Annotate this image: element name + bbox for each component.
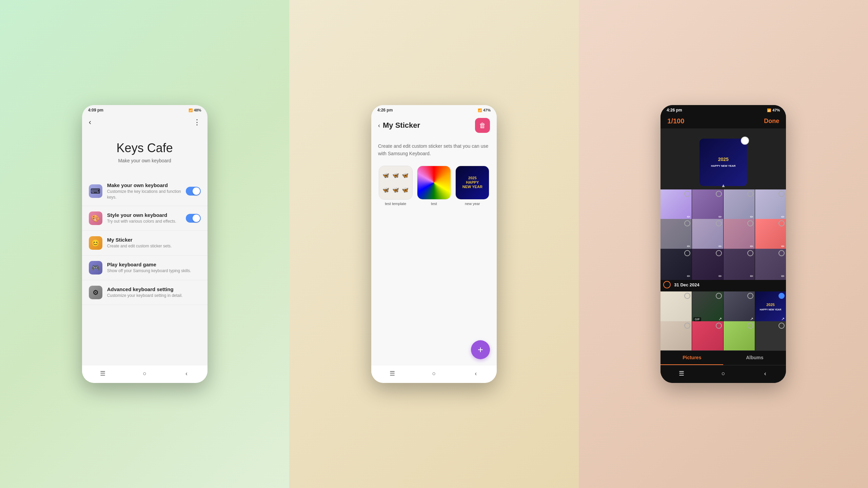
menu-item-my-sticker[interactable]: 😊 My Sticker Create and edit custom stic… <box>82 231 208 256</box>
phone3-nav-home[interactable]: ○ <box>719 369 727 378</box>
sticker-label-newyear: new year <box>465 202 480 206</box>
menu-item-style-keyboard[interactable]: 🎨 Style your own keyboard Try out with v… <box>82 206 208 231</box>
phone3-time: 4:26 pm <box>667 108 682 113</box>
sticker-label-butterfly: test template <box>385 202 406 206</box>
gallery-thumb-3[interactable]: ✏ <box>724 189 755 221</box>
phone1-back-button[interactable]: ‹ <box>89 118 91 127</box>
gallery-thumb-c[interactable]: ↗ <box>724 291 755 323</box>
date-select-circle[interactable] <box>663 281 671 288</box>
menu-item-advanced-settings[interactable]: ⚙ Advanced keyboard setting Customize yo… <box>82 280 208 305</box>
phone2-battery: 47% <box>483 108 491 112</box>
gallery-thumb-1[interactable]: ✏ <box>660 189 692 221</box>
gallery-thumb-9[interactable]: ✏ <box>660 249 692 280</box>
sticker-item-rainbow[interactable]: test <box>415 166 453 364</box>
gallery-bottom-tabs: Pictures Albums <box>660 350 786 365</box>
gallery-thumb-e[interactable] <box>660 321 692 350</box>
gallery-thumb-b[interactable]: GIF ↗ <box>692 291 723 323</box>
keyboard-icon: ⌨ <box>89 184 102 198</box>
gallery-done-button[interactable]: Done <box>764 118 779 125</box>
keyboard-game-desc: Show off your Samsung keyboard typing sk… <box>107 268 201 274</box>
gallery-thumb-8[interactable]: ✏ <box>755 219 786 250</box>
phone1-menu-list: ⌨ Make your own keyboard Customize the k… <box>82 177 208 365</box>
sticker-icon: 😊 <box>89 236 102 250</box>
gallery-featured-image[interactable]: 2025HAPPY NEW YEAR <box>699 139 747 186</box>
phone1-screen: 4:09 pm 📶 48% ‹ ⋮ Keys Cafe Make your ow… <box>82 105 208 383</box>
gallery-thumb-a[interactable] <box>660 291 692 323</box>
phone2-container: 4:26 pm 📶 47% ‹ My Sticker 🗑 Create and … <box>289 0 578 488</box>
phone1-wifi-icon: 📶 <box>189 108 193 112</box>
phone2-bottom-nav: ☰ ○ ‹ <box>371 365 497 383</box>
phone3-wifi-icon: 📶 <box>767 108 771 112</box>
phone3-bottom-nav: ☰ ○ ‹ <box>660 365 786 383</box>
phone1-status-bar: 4:09 pm 📶 48% <box>82 105 208 114</box>
advanced-settings-desc: Customize your keyboard setting in detai… <box>107 293 201 299</box>
gif-badge: GIF <box>693 317 701 321</box>
phone2-nav-home[interactable]: ○ <box>430 369 438 378</box>
sticker-description: Create and edit custom sticker sets that… <box>371 137 497 164</box>
make-keyboard-title: Make your own keyboard <box>107 182 186 188</box>
make-keyboard-toggle[interactable] <box>186 187 201 196</box>
gallery-header: 1/100 Done <box>660 114 786 128</box>
phone1-container: 4:09 pm 📶 48% ‹ ⋮ Keys Cafe Make your ow… <box>0 0 289 488</box>
phone1-more-button[interactable]: ⋮ <box>193 118 201 127</box>
phone3-nav-back[interactable]: ‹ <box>761 369 769 378</box>
phone1-bottom-nav: ☰ ○ ‹ <box>82 365 208 383</box>
phone2-screen: 4:26 pm 📶 47% ‹ My Sticker 🗑 Create and … <box>371 105 497 383</box>
phone2-wifi-icon: 📶 <box>478 108 482 112</box>
phone1-status-icons: 📶 48% <box>189 108 201 112</box>
phone3-container: 4:26 pm 📶 47% 1/100 Done 2025HAPPY NEW Y… <box>579 0 868 488</box>
sticker-delete-button[interactable]: 🗑 <box>475 118 490 133</box>
gallery-thumb-5[interactable]: ✏ <box>660 219 692 250</box>
my-sticker-desc: Create and edit custom sticker sets. <box>107 243 201 249</box>
gallery-thumb-4[interactable]: ✏ <box>755 189 786 221</box>
gallery-thumb-6[interactable]: ✏ <box>692 219 723 250</box>
sticker-add-button[interactable]: + <box>471 340 490 359</box>
gallery-select-dot <box>741 137 749 145</box>
sticker-item-newyear[interactable]: 2025HAPPYNEW YEAR new year <box>454 166 491 364</box>
phone3-status-icons: 📶 47% <box>767 108 780 112</box>
phone1-app-title: Keys Cafe <box>89 141 201 155</box>
style-icon: 🎨 <box>89 211 102 225</box>
date-label: 31 Dec 2024 <box>674 282 699 287</box>
gallery-thumb-f[interactable] <box>692 321 723 350</box>
sticker-header: ‹ My Sticker 🗑 <box>371 114 497 137</box>
sticker-grid: 🦋 🦋 🦋 🦋 🦋 🦋 test template test <box>371 164 497 365</box>
gallery-thumb-g[interactable] <box>724 321 755 350</box>
gallery-thumb-2[interactable]: ✏ <box>692 189 723 221</box>
gallery-thumb-11[interactable]: ✏ <box>724 249 755 280</box>
phone1-nav-menu[interactable]: ☰ <box>99 369 107 378</box>
phone1-battery: 48% <box>194 108 201 112</box>
tab-pictures[interactable]: Pictures <box>660 351 723 365</box>
gallery-thumb-7[interactable]: ✏ <box>724 219 755 250</box>
phone1-app-subtitle: Make your own keyboard <box>89 158 201 163</box>
chevron-up-icon: ▲ <box>721 183 726 188</box>
date-header-31dec: 31 Dec 2024 <box>660 278 786 291</box>
trash-icon: 🗑 <box>479 122 486 129</box>
phone1-nav-back[interactable]: ‹ <box>182 369 191 378</box>
style-keyboard-desc: Try out with various colors and effects. <box>107 219 186 224</box>
plus-icon: + <box>478 344 483 355</box>
sticker-page-title: My Sticker <box>383 121 420 130</box>
phone2-nav-back[interactable]: ‹ <box>472 369 480 378</box>
menu-item-make-keyboard[interactable]: ⌨ Make your own keyboard Customize the k… <box>82 177 208 206</box>
gallery-thumb-h[interactable] <box>755 321 786 350</box>
phone1-nav-header: ‹ ⋮ <box>82 114 208 131</box>
gallery-thumb-10[interactable]: ✏ <box>692 249 723 280</box>
phone2-nav-menu[interactable]: ☰ <box>388 369 396 378</box>
gallery-thumb-d[interactable]: 2025HAPPY NEW YEAR ↗ <box>755 291 786 323</box>
advanced-settings-title: Advanced keyboard setting <box>107 286 201 292</box>
sticker-label-rainbow: test <box>431 202 437 206</box>
sticker-item-butterfly[interactable]: 🦋 🦋 🦋 🦋 🦋 🦋 test template <box>377 166 414 364</box>
phone3-screen: 4:26 pm 📶 47% 1/100 Done 2025HAPPY NEW Y… <box>660 105 786 383</box>
phone1-nav-home[interactable]: ○ <box>141 369 149 378</box>
phone3-status-bar: 4:26 pm 📶 47% <box>660 105 786 114</box>
gallery-thumb-12[interactable]: ✏ <box>755 249 786 280</box>
menu-item-play-game[interactable]: 🎮 Play keyboard game Show off your Samsu… <box>82 256 208 280</box>
phone3-nav-menu[interactable]: ☰ <box>677 369 686 378</box>
style-keyboard-toggle[interactable] <box>186 214 201 223</box>
sticker-thumb-newyear: 2025HAPPYNEW YEAR <box>455 166 489 200</box>
gallery-featured-section: 2025HAPPY NEW YEAR ▲ <box>660 128 786 189</box>
tab-albums[interactable]: Albums <box>723 351 786 365</box>
phone1-title-section: Keys Cafe Make your own keyboard <box>82 131 208 177</box>
sticker-back-button[interactable]: ‹ My Sticker <box>378 121 420 130</box>
